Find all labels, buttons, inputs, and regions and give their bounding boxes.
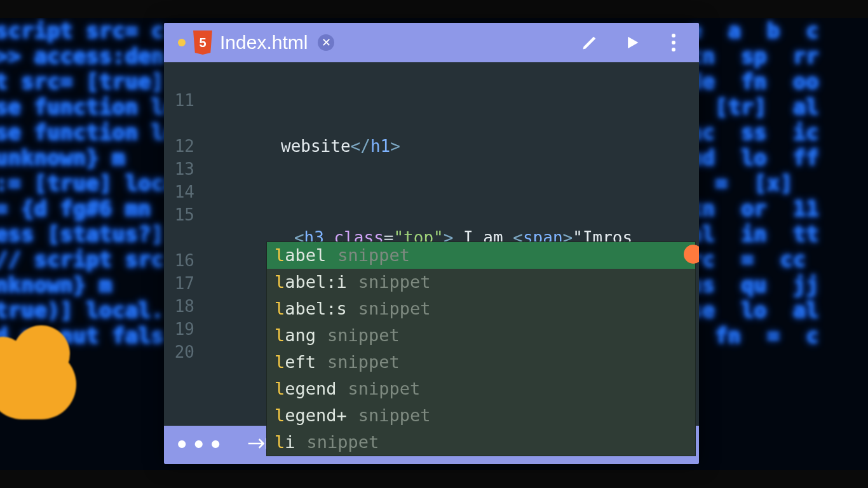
line-number — [164, 112, 202, 135]
unsaved-dot-icon — [178, 39, 186, 46]
edit-button[interactable] — [580, 32, 600, 53]
line-number: 13 — [164, 158, 202, 180]
more-button[interactable]: ••• — [175, 432, 226, 458]
line-number — [164, 66, 202, 89]
line-number: 12 — [164, 135, 202, 158]
line-number: 11 — [164, 89, 202, 112]
autocomplete-item[interactable]: legendsnippet — [267, 376, 695, 402]
decorative-cloud — [0, 349, 76, 419]
line-number: 16 — [164, 249, 202, 272]
line-number: 14 — [164, 180, 202, 203]
scroll-handle-icon[interactable] — [684, 245, 699, 264]
autocomplete-item[interactable]: label:ssnippet — [267, 295, 695, 322]
kebab-icon — [672, 34, 675, 51]
letterbox-top — [0, 0, 868, 18]
autocomplete-item[interactable]: lisnippet — [267, 429, 695, 456]
autocomplete-item[interactable]: langsnippet — [267, 322, 695, 349]
autocomplete-item[interactable]: label:isnippet — [267, 269, 695, 295]
line-number: 17 — [164, 272, 202, 295]
file-tab[interactable]: 5 Index.html ✕ — [172, 23, 341, 62]
line-number: 15 — [164, 203, 202, 226]
tab-bar: 5 Index.html ✕ — [164, 23, 699, 62]
tab-filename: Index.html — [220, 32, 308, 53]
autocomplete-item[interactable]: legend+snippet — [267, 402, 695, 429]
run-button[interactable] — [621, 32, 642, 53]
overflow-menu-button[interactable] — [663, 32, 684, 53]
line-number: 19 — [164, 318, 202, 341]
play-icon — [623, 34, 641, 51]
code-text-frag: website — [281, 137, 351, 156]
bg-code-right: e a b c tn sp rr de fn oo [tr] al ac ss … — [689, 18, 868, 470]
code-area[interactable]: 11121314151617181920 website</h1> <h3 cl… — [164, 62, 699, 445]
autocomplete-item[interactable]: labelsnippet — [267, 242, 695, 269]
html5-icon: 5 — [192, 30, 214, 55]
pencil-icon — [581, 34, 599, 51]
autocomplete-item[interactable]: leftsnippet — [267, 349, 695, 376]
tab-close-button[interactable]: ✕ — [318, 34, 334, 51]
autocomplete-popup[interactable]: labelsnippetlabel:isnippetlabel:ssnippet… — [266, 241, 696, 456]
line-number — [164, 226, 202, 249]
line-number: 20 — [164, 341, 202, 363]
line-number: 18 — [164, 295, 202, 318]
code-editor-window: 5 Index.html ✕ 11121314151617181920 webs… — [164, 23, 699, 464]
line-number-gutter: 11121314151617181920 — [164, 62, 202, 445]
letterbox-bottom — [0, 470, 868, 488]
